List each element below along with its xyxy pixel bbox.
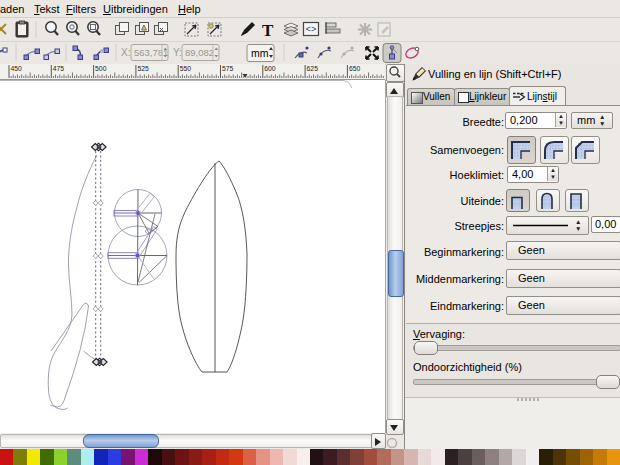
svg-text:525: 525 — [137, 65, 149, 72]
svg-text:mm: mm — [251, 47, 269, 59]
svg-text:625: 625 — [307, 65, 319, 72]
svg-text:450: 450 — [11, 65, 23, 72]
svg-text:X:: X: — [121, 47, 130, 58]
svg-text:550: 550 — [180, 65, 192, 72]
svg-text:89,082: 89,082 — [185, 47, 214, 58]
svg-text:Y:: Y: — [173, 47, 182, 58]
svg-text:<>: <> — [306, 25, 317, 35]
svg-text:650: 650 — [349, 65, 361, 72]
svg-text:500: 500 — [95, 65, 107, 72]
svg-text:T: T — [262, 21, 274, 40]
svg-text:563,781: 563,781 — [134, 47, 168, 58]
svg-text:575: 575 — [222, 65, 234, 72]
svg-text:600: 600 — [264, 65, 276, 72]
svg-text:475: 475 — [53, 65, 65, 72]
